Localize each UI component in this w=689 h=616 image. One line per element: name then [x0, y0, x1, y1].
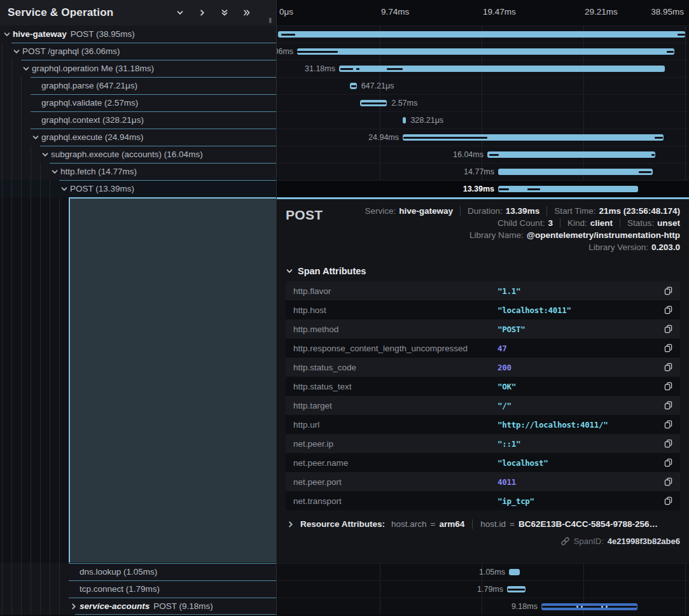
chevron-right-icon[interactable]: [69, 598, 78, 615]
attribute-row: net.peer.name"localhost": [286, 453, 680, 472]
tree-row[interactable]: hive-gatewayPOST (38.95ms): [0, 25, 276, 43]
chevron-down-icon[interactable]: [40, 146, 50, 163]
timeline-row[interactable]: 647.21μs: [277, 77, 689, 94]
span-bar[interactable]: [507, 586, 525, 592]
tree-row[interactable]: dns.lookup (1.05ms): [0, 563, 276, 580]
span-bar[interactable]: [360, 100, 387, 106]
duration-label: 16.04ms: [453, 146, 484, 164]
span-bar[interactable]: [541, 603, 637, 610]
duration-label: 2.57ms: [391, 95, 417, 112]
chevron-down-icon[interactable]: [2, 25, 11, 43]
span-bar[interactable]: [487, 151, 655, 158]
double-chevron-down-icon[interactable]: [218, 6, 231, 19]
tree-row[interactable]: subgraph.execute (accounts) (16.04ms): [0, 146, 276, 163]
tree-row[interactable]: graphql.execute (24.94ms): [0, 129, 276, 146]
span-bar[interactable]: [403, 117, 406, 123]
double-chevron-right-icon[interactable]: [240, 6, 253, 19]
link-icon[interactable]: [560, 536, 570, 546]
tree-row[interactable]: tcp.connect (1.79ms): [0, 580, 276, 598]
operation-name: dns.lookup (1.05ms): [80, 567, 157, 577]
timeline-row[interactable]: 1.05ms: [277, 563, 689, 580]
timeline-row[interactable]: 13.39ms: [277, 180, 689, 197]
operation-name: POST (38.95ms): [71, 29, 135, 39]
timeline-row[interactable]: 24.94ms: [277, 129, 689, 146]
span-bar[interactable]: [350, 83, 357, 89]
tree-row[interactable]: graphql.context (328.21μs): [0, 111, 276, 129]
timeline-row[interactable]: 31.18ms: [277, 60, 689, 77]
timeline-row[interactable]: 14.77ms: [277, 163, 689, 180]
indent-guide: [21, 180, 31, 197]
copy-icon[interactable]: [658, 420, 672, 429]
child-span-mark: [403, 137, 487, 139]
meta-field: Library Version:0.203.0: [588, 242, 680, 252]
chevron-right-icon[interactable]: [196, 6, 209, 19]
child-span-dot: [601, 606, 603, 608]
copy-icon[interactable]: [658, 439, 672, 448]
span-bar[interactable]: [403, 134, 664, 141]
timeline-row[interactable]: 36.06ms: [277, 43, 689, 60]
span-bar[interactable]: [297, 48, 674, 55]
span-bar[interactable]: [278, 31, 685, 38]
tree-row[interactable]: service-accountsPOST (9.18ms): [0, 598, 276, 615]
chevron-down-icon[interactable]: [21, 60, 31, 77]
span-id-label: SpanID:: [574, 536, 604, 546]
span-bar[interactable]: [339, 66, 665, 72]
row-separator: [50, 163, 276, 164]
child-span-mark: [655, 137, 663, 139]
timeline-panel: 0μs9.74ms19.47ms29.21ms38.95ms 36.06ms31…: [277, 0, 689, 616]
tree-row[interactable]: graphql.parse (647.21μs): [0, 77, 276, 94]
tree-row[interactable]: POST (13.39ms): [0, 180, 276, 197]
indent-guide: [21, 111, 31, 129]
tree-row[interactable]: graphql.operation Me (31.18ms): [0, 60, 276, 77]
timeline-row[interactable]: 2.57ms: [277, 94, 689, 111]
operation-name: graphql.context (328.21μs): [41, 115, 144, 125]
child-span-mark: [356, 68, 359, 70]
indent-guide: [2, 163, 11, 180]
copy-icon[interactable]: [658, 477, 672, 486]
copy-icon[interactable]: [658, 401, 672, 410]
span-bar[interactable]: [509, 569, 520, 575]
copy-icon[interactable]: [658, 458, 672, 467]
column-resizer-grip[interactable]: ‖: [268, 17, 272, 24]
span-bar[interactable]: [498, 186, 638, 192]
tree-row[interactable]: http.fetch (14.77ms): [0, 163, 276, 180]
resource-attribute-key: host.arch: [391, 519, 427, 529]
copy-icon[interactable]: [658, 325, 672, 333]
timeline-row[interactable]: 16.04ms: [277, 146, 689, 163]
indent-guide: [40, 163, 50, 180]
timeline-row[interactable]: 9.18ms: [277, 598, 689, 615]
span-label: graphql.parse (647.21μs): [40, 77, 137, 94]
indent-guide: [21, 146, 31, 163]
tree-row[interactable]: graphql.validate (2.57ms): [0, 94, 276, 111]
timeline-row[interactable]: 1.79ms: [277, 580, 689, 598]
span-bar[interactable]: [498, 169, 653, 175]
attribute-key: net.peer.port: [293, 477, 498, 487]
attribute-value: "1.1": [498, 286, 658, 296]
tree-row[interactable]: POST /graphql (36.06ms): [0, 43, 276, 60]
resource-attribute-pair: host.id=BC62E13B-C4CC-5854-9788-256…: [472, 519, 658, 529]
copy-icon[interactable]: [658, 363, 672, 372]
copy-icon[interactable]: [658, 344, 672, 353]
span-attributes-toggle[interactable]: Span Attributes: [286, 266, 680, 276]
resource-attributes-toggle[interactable]: Resource Attributes:: [286, 519, 385, 529]
child-span-mark: [542, 606, 637, 608]
chevron-down-icon[interactable]: [31, 129, 40, 146]
timeline-row[interactable]: [277, 25, 689, 43]
timeline-row[interactable]: 328.21μs: [277, 111, 689, 129]
chevron-spacer: [31, 94, 40, 111]
attribute-value: "OK": [498, 382, 658, 391]
child-span-mark: [639, 171, 651, 173]
chevron-down-icon[interactable]: [11, 43, 21, 60]
row-separator: [59, 180, 276, 181]
indent-guide: [31, 146, 40, 163]
indent-guide: [31, 598, 40, 615]
chevron-down-icon[interactable]: [50, 163, 59, 180]
copy-icon[interactable]: [658, 496, 672, 505]
duration-label: 24.94ms: [368, 129, 399, 146]
chevron-down-icon[interactable]: [174, 6, 186, 19]
attribute-row: http.response_content_length_uncompresse…: [286, 339, 680, 358]
copy-icon[interactable]: [658, 286, 672, 295]
chevron-down-icon[interactable]: [59, 180, 69, 197]
copy-icon[interactable]: [658, 382, 672, 391]
copy-icon[interactable]: [658, 305, 672, 314]
